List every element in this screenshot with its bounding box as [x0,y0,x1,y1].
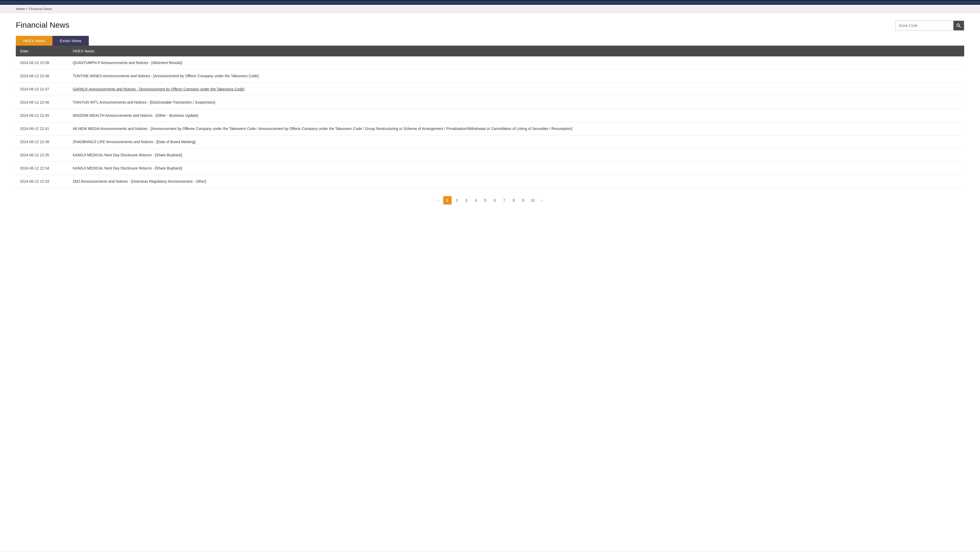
tabs-container: HKEX News Exotic News [0,36,980,46]
news-date: 2024-06-12 22:35 [16,149,68,162]
news-title[interactable]: GAPACK Announcements and Notices - [Anno… [68,83,964,96]
pagination-page-9[interactable]: 9 [519,196,528,204]
search-icon [956,23,961,28]
table-row: 2024-06-12 22:33ZMJ Announcements and No… [16,175,964,188]
breadcrumb: Home > Financial News [0,5,980,13]
news-title: TONTINE WINES Announcements and Notices … [68,70,964,83]
news-title: KANGJI MEDICAL Next Day Disclosure Retur… [68,162,964,175]
pagination-page-4[interactable]: 4 [472,196,480,204]
news-date: 2024-06-12 22:34 [16,162,68,175]
breadcrumb-separator: > [26,7,29,11]
news-title: A8 NEW MEDIA Announcements and Notices -… [68,122,964,136]
news-title: TIANYUN INT'L Announcements and Notices … [68,96,964,109]
pagination-page-8[interactable]: 8 [510,196,518,204]
table-row: 2024-06-12 22:38ZHAOBANGJI LIFE Announce… [16,136,964,149]
news-link[interactable]: GAPACK Announcements and Notices - [Anno… [73,87,244,91]
pagination-page-7[interactable]: 7 [500,196,509,204]
breadcrumb-home-link[interactable]: Home [16,7,25,11]
news-title: ZHAOBANGJI LIFE Announcements and Notice… [68,136,964,149]
news-date: 2024-06-12 22:58 [16,56,68,70]
pagination-page-10[interactable]: 10 [528,196,537,204]
tab-exotic-news[interactable]: Exotic News [52,36,89,46]
table-row: 2024-06-12 22:35KANGJI MEDICAL Next Day … [16,149,964,162]
pagination: ‹ 1 2 3 4 5 6 7 8 9 10 › [0,188,980,215]
news-title: QUANTUMPH-P Announcements and Notices - … [68,56,964,70]
news-title: ZMJ Announcements and Notices - [Oversea… [68,175,964,188]
page-container: Financial News HKEX News Exotic News Dat… [0,13,980,551]
search-box [895,21,964,30]
news-title: WISDOM WEALTH Announcements and Notices … [68,109,964,122]
breadcrumb-current: Financial News [29,7,52,11]
pagination-next[interactable]: › [538,197,546,204]
svg-point-0 [957,24,959,26]
header-banner [0,0,980,5]
pagination-page-6[interactable]: 6 [491,196,499,204]
column-header-date: Date [16,46,68,56]
news-date: 2024-06-12 22:47 [16,83,68,96]
table-row: 2024-06-12 22:34KANGJI MEDICAL Next Day … [16,162,964,175]
pagination-page-1[interactable]: 1 [443,196,452,204]
news-date: 2024-06-12 22:48 [16,70,68,83]
news-table: Date HKEX News 2024-06-12 22:58QUANTUMPH… [16,46,964,188]
news-title: KANGJI MEDICAL Next Day Disclosure Retur… [68,149,964,162]
news-date: 2024-06-12 22:38 [16,136,68,149]
table-row: 2024-06-12 22:41A8 NEW MEDIA Announcemen… [16,122,964,136]
news-date: 2024-06-12 22:45 [16,109,68,122]
page-header: Financial News [0,13,980,36]
news-date: 2024-06-12 22:41 [16,122,68,136]
pagination-page-2[interactable]: 2 [453,196,461,204]
news-date: 2024-06-12 22:46 [16,96,68,109]
table-row: 2024-06-12 22:58QUANTUMPH-P Announcement… [16,56,964,70]
table-header-row: Date HKEX News [16,46,964,56]
table-row: 2024-06-12 22:45WISDOM WEALTH Announceme… [16,109,964,122]
search-button[interactable] [953,21,964,30]
table-row: 2024-06-12 22:48TONTINE WINES Announceme… [16,70,964,83]
news-date: 2024-06-12 22:33 [16,175,68,188]
column-header-news: HKEX News [68,46,964,56]
table-row: 2024-06-12 22:47GAPACK Announcements and… [16,83,964,96]
search-input[interactable] [896,21,953,30]
pagination-page-5[interactable]: 5 [481,196,490,204]
svg-line-1 [959,26,961,28]
tab-hkex-news[interactable]: HKEX News [16,36,52,46]
page-title: Financial News [16,21,69,30]
table-row: 2024-06-12 22:46TIANYUN INT'L Announceme… [16,96,964,109]
pagination-page-3[interactable]: 3 [462,196,471,204]
pagination-prev[interactable]: ‹ [435,197,442,204]
